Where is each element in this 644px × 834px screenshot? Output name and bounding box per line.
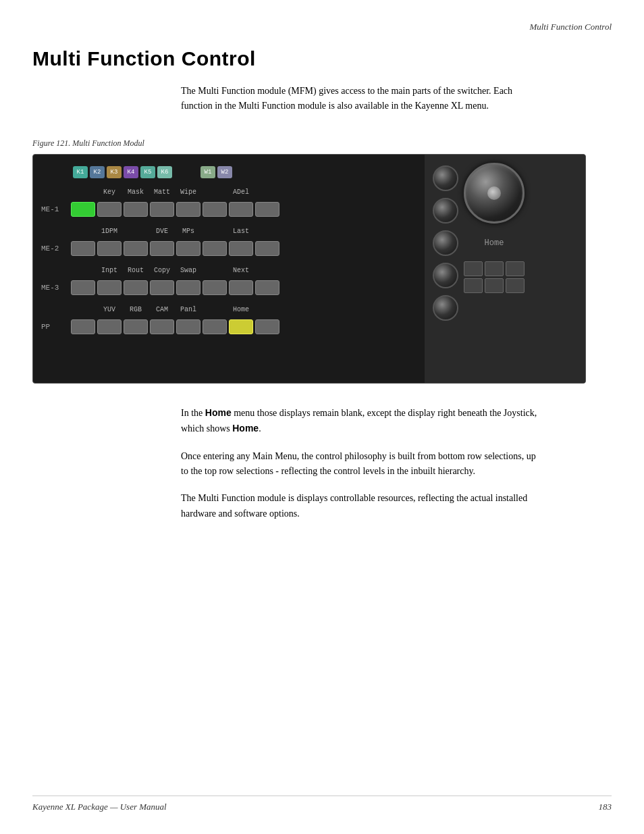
me1-btn-5[interactable] (176, 202, 200, 217)
me1-btn-6[interactable] (203, 202, 227, 217)
me1-lbl-8 (255, 188, 279, 196)
me1-label-row: Key Mask Matt Wipe ADel (41, 184, 419, 201)
me1-btn-1[interactable] (71, 202, 95, 217)
me2-btn-2[interactable] (97, 241, 122, 256)
pp-lbl-1 (71, 306, 95, 313)
right-btn-2[interactable] (485, 261, 504, 276)
pp-btn-5[interactable] (176, 319, 200, 334)
me2-lbl-2: 1DPM (97, 228, 122, 235)
pp-label-row: YUV RGB CAM Panl Home (41, 302, 419, 318)
right-btn-5[interactable] (485, 278, 504, 293)
key-chip-k2: K2 (90, 166, 105, 178)
me2-row-label: ME-2 (41, 244, 71, 253)
me1-btn-2[interactable] (97, 202, 122, 217)
knob-4[interactable] (433, 263, 458, 288)
mfm-right-panel: Home (425, 155, 586, 383)
mfm-left-panel: K1 K2 K3 K4 K5 K6 W1 W2 Key Mask Matt Wi… (33, 155, 425, 383)
right-btn-6[interactable] (506, 278, 525, 293)
pp-lbl-3: RGB (124, 306, 148, 313)
me2-btn-8[interactable] (255, 241, 279, 256)
me2-lbl-6 (203, 228, 227, 235)
key-chip-k3: K3 (107, 166, 122, 178)
pp-btn-6[interactable] (203, 319, 227, 334)
key-chip-w2: W2 (217, 166, 232, 178)
me2-button-row: ME-2 (41, 240, 419, 257)
pp-lbl-7: Home (229, 306, 253, 313)
pp-btn-7[interactable] (229, 319, 253, 334)
me1-btn-4[interactable] (150, 202, 174, 217)
me3-row-label: ME-3 (41, 284, 71, 292)
me2-btn-1[interactable] (71, 241, 95, 256)
footer-right: 183 (599, 802, 612, 812)
pp-button-row: PP (41, 318, 419, 336)
me3-btn-4[interactable] (150, 280, 174, 295)
me3-lbl-1 (71, 267, 95, 274)
me2-btn-4[interactable] (150, 241, 174, 256)
me1-lbl-3: Mask (124, 188, 148, 196)
paragraph-resources: The Multi Function module is displays co… (181, 491, 545, 521)
me3-btn-7[interactable] (229, 280, 253, 295)
me1-btn-3[interactable] (124, 202, 148, 217)
footer-left: Kayenne XL Package — User Manual (32, 802, 167, 812)
me2-btn-5[interactable] (176, 241, 200, 256)
me3-lbl-2: Inpt (97, 267, 122, 274)
key-chip-k5: K5 (140, 166, 155, 178)
me3-lbl-6 (203, 267, 227, 274)
key-chip-k4: K4 (124, 166, 138, 178)
me2-label-row: 1DPM DVE MPs Last (41, 224, 419, 240)
me1-lbl-2: Key (97, 188, 122, 196)
right-btn-3[interactable] (506, 261, 525, 276)
paragraph-home: In the Home menu those displays remain b… (181, 405, 545, 437)
me1-button-row: ME-1 (41, 201, 419, 218)
pp-btn-2[interactable] (97, 319, 122, 334)
joystick-knob[interactable] (464, 163, 525, 224)
page-header: Multi Function Control (529, 22, 612, 32)
key-chip-k1: K1 (73, 166, 88, 178)
me2-lbl-5: MPs (176, 228, 200, 235)
pp-lbl-8 (255, 306, 279, 313)
me1-btn-7[interactable] (229, 202, 253, 217)
me1-lbl-6 (203, 188, 227, 196)
knob-1[interactable] (433, 165, 458, 191)
me1-row-label: ME-1 (41, 205, 71, 213)
pp-lbl-2: YUV (97, 306, 122, 313)
knob-3[interactable] (433, 230, 458, 256)
pp-btn-1[interactable] (71, 319, 95, 334)
header-title: Multi Function Control (529, 22, 612, 32)
pp-btn-8[interactable] (255, 319, 279, 334)
home-bold-1: Home (205, 407, 232, 418)
home-label: Home (485, 238, 504, 248)
pp-row-label: PP (41, 323, 71, 331)
me1-lbl-7: ADel (229, 188, 253, 196)
right-btn-1[interactable] (464, 261, 483, 276)
me3-btn-2[interactable] (97, 280, 122, 295)
me3-btn-5[interactable] (176, 280, 200, 295)
me2-lbl-1 (71, 228, 95, 235)
pp-lbl-4: CAM (150, 306, 174, 313)
me3-btn-8[interactable] (255, 280, 279, 295)
figure-caption: Figure 121. Multi Function Modul (32, 138, 612, 149)
me2-lbl-4: DVE (150, 228, 174, 235)
knob-2[interactable] (433, 198, 458, 224)
me1-btn-8[interactable] (255, 202, 279, 217)
page-footer: Kayenne XL Package — User Manual 183 (32, 796, 612, 812)
me3-label-row: Inpt Rout Copy Swap Next (41, 263, 419, 279)
me2-btn-7[interactable] (229, 241, 253, 256)
pp-lbl-6 (203, 306, 227, 313)
key-chip-row: K1 K2 K3 K4 K5 K6 W1 W2 (41, 163, 419, 182)
knob-5[interactable] (433, 295, 458, 321)
me3-btn-3[interactable] (124, 280, 148, 295)
pp-btn-4[interactable] (150, 319, 174, 334)
me3-btn-6[interactable] (203, 280, 227, 295)
pp-lbl-5: Panl (176, 306, 200, 313)
right-btn-4[interactable] (464, 278, 483, 293)
me1-lbl-1 (71, 188, 95, 196)
me3-lbl-4: Copy (150, 267, 174, 274)
me2-btn-3[interactable] (124, 241, 148, 256)
pp-btn-3[interactable] (124, 319, 148, 334)
me2-btn-6[interactable] (203, 241, 227, 256)
me1-lbl-4: Matt (150, 188, 174, 196)
me2-lbl-8 (255, 228, 279, 235)
me3-button-row: ME-3 (41, 279, 419, 296)
me3-btn-1[interactable] (71, 280, 95, 295)
